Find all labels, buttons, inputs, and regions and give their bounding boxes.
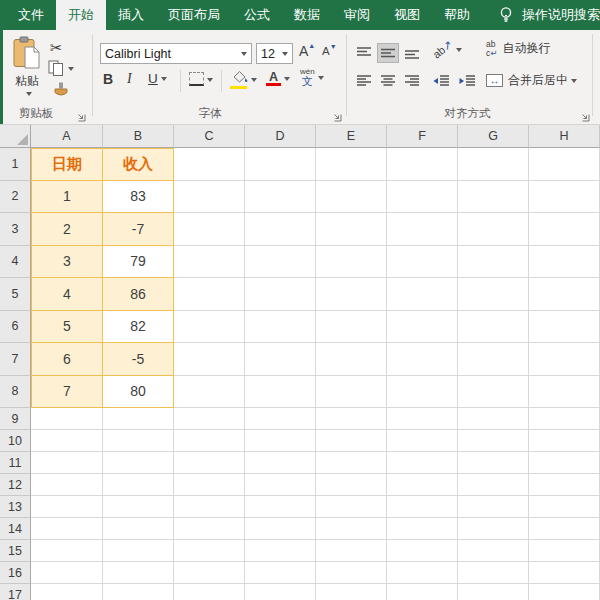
cell-E7[interactable] bbox=[316, 343, 387, 376]
font-dialog-launcher[interactable] bbox=[332, 111, 342, 125]
cell-H4[interactable] bbox=[529, 246, 600, 279]
column-header-C[interactable]: C bbox=[174, 125, 245, 148]
decrease-indent-button[interactable] bbox=[430, 72, 452, 90]
cell-B8[interactable]: 80 bbox=[103, 376, 174, 409]
cell-G11[interactable] bbox=[458, 452, 529, 474]
cell-G17[interactable] bbox=[458, 584, 529, 600]
cell-E2[interactable] bbox=[316, 181, 387, 214]
italic-button[interactable]: I bbox=[127, 71, 132, 87]
cell-G8[interactable] bbox=[458, 376, 529, 409]
cell-H6[interactable] bbox=[529, 311, 600, 344]
cell-C10[interactable] bbox=[174, 430, 245, 452]
tell-me-search[interactable]: 操作说明搜索 bbox=[498, 0, 600, 30]
cell-C8[interactable] bbox=[174, 376, 245, 409]
cell-F5[interactable] bbox=[387, 278, 458, 311]
cell-H13[interactable] bbox=[529, 496, 600, 518]
cell-H11[interactable] bbox=[529, 452, 600, 474]
cell-H9[interactable] bbox=[529, 408, 600, 430]
cell-D7[interactable] bbox=[245, 343, 316, 376]
cell-H5[interactable] bbox=[529, 278, 600, 311]
cell-D13[interactable] bbox=[245, 496, 316, 518]
bottom-align-button[interactable] bbox=[402, 44, 422, 62]
cell-A7[interactable]: 6 bbox=[31, 343, 103, 376]
cell-C7[interactable] bbox=[174, 343, 245, 376]
cell-B16[interactable] bbox=[103, 562, 174, 584]
cell-F14[interactable] bbox=[387, 518, 458, 540]
cell-A13[interactable] bbox=[31, 496, 103, 518]
cell-A11[interactable] bbox=[31, 452, 103, 474]
cell-B4[interactable]: 79 bbox=[103, 246, 174, 279]
align-center-button[interactable] bbox=[378, 72, 398, 90]
cell-A16[interactable] bbox=[31, 562, 103, 584]
cell-B14[interactable] bbox=[103, 518, 174, 540]
row-header-17[interactable]: 17 bbox=[0, 584, 31, 600]
cell-E17[interactable] bbox=[316, 584, 387, 600]
row-header-9[interactable]: 9 bbox=[0, 408, 31, 430]
cell-F10[interactable] bbox=[387, 430, 458, 452]
cell-D1[interactable] bbox=[245, 148, 316, 181]
alignment-dialog-launcher[interactable] bbox=[580, 111, 590, 125]
cell-C4[interactable] bbox=[174, 246, 245, 279]
column-header-H[interactable]: H bbox=[529, 125, 600, 148]
column-header-A[interactable]: A bbox=[31, 125, 103, 148]
cell-A10[interactable] bbox=[31, 430, 103, 452]
cell-G16[interactable] bbox=[458, 562, 529, 584]
tab-home[interactable]: 开始 bbox=[56, 0, 106, 30]
row-header-3[interactable]: 3 bbox=[0, 213, 31, 246]
cell-C14[interactable] bbox=[174, 518, 245, 540]
cell-C13[interactable] bbox=[174, 496, 245, 518]
cell-G5[interactable] bbox=[458, 278, 529, 311]
cell-D15[interactable] bbox=[245, 540, 316, 562]
cell-F17[interactable] bbox=[387, 584, 458, 600]
cell-G3[interactable] bbox=[458, 213, 529, 246]
cell-A2[interactable]: 1 bbox=[31, 181, 103, 214]
cell-B5[interactable]: 86 bbox=[103, 278, 174, 311]
cell-D11[interactable] bbox=[245, 452, 316, 474]
cell-C2[interactable] bbox=[174, 181, 245, 214]
cell-A4[interactable]: 3 bbox=[31, 246, 103, 279]
column-header-B[interactable]: B bbox=[103, 125, 174, 148]
tab-file[interactable]: 文件 bbox=[6, 0, 56, 30]
cell-F16[interactable] bbox=[387, 562, 458, 584]
cell-E12[interactable] bbox=[316, 474, 387, 496]
top-align-button[interactable] bbox=[354, 44, 374, 62]
cell-B2[interactable]: 83 bbox=[103, 181, 174, 214]
copy-button[interactable] bbox=[48, 60, 74, 77]
cut-button[interactable]: ✂ bbox=[50, 39, 63, 57]
cell-F12[interactable] bbox=[387, 474, 458, 496]
cell-C17[interactable] bbox=[174, 584, 245, 600]
cell-E11[interactable] bbox=[316, 452, 387, 474]
row-header-8[interactable]: 8 bbox=[0, 376, 31, 409]
font-size-combo[interactable]: 12 bbox=[256, 43, 293, 64]
cell-E8[interactable] bbox=[316, 376, 387, 409]
cell-H3[interactable] bbox=[529, 213, 600, 246]
cell-A14[interactable] bbox=[31, 518, 103, 540]
middle-align-button[interactable] bbox=[378, 44, 398, 62]
tab-page-layout[interactable]: 页面布局 bbox=[156, 0, 232, 30]
tab-view[interactable]: 视图 bbox=[382, 0, 432, 30]
cell-B13[interactable] bbox=[103, 496, 174, 518]
cell-H7[interactable] bbox=[529, 343, 600, 376]
shrink-font-button[interactable]: A ▼ bbox=[322, 45, 337, 57]
cell-G14[interactable] bbox=[458, 518, 529, 540]
column-header-D[interactable]: D bbox=[245, 125, 316, 148]
wrap-text-button[interactable]: ab c↵ 自动换行 bbox=[486, 40, 550, 57]
increase-indent-button[interactable] bbox=[456, 72, 478, 90]
font-color-button[interactable]: A bbox=[266, 71, 290, 86]
cell-E6[interactable] bbox=[316, 311, 387, 344]
cell-A9[interactable] bbox=[31, 408, 103, 430]
row-header-1[interactable]: 1 bbox=[0, 148, 31, 181]
cell-D10[interactable] bbox=[245, 430, 316, 452]
row-header-11[interactable]: 11 bbox=[0, 452, 31, 474]
clipboard-dialog-launcher[interactable] bbox=[76, 111, 86, 125]
tab-review[interactable]: 审阅 bbox=[332, 0, 382, 30]
cell-F2[interactable] bbox=[387, 181, 458, 214]
row-header-16[interactable]: 16 bbox=[0, 562, 31, 584]
cell-E4[interactable] bbox=[316, 246, 387, 279]
column-header-G[interactable]: G bbox=[458, 125, 529, 148]
cell-F3[interactable] bbox=[387, 213, 458, 246]
cell-E14[interactable] bbox=[316, 518, 387, 540]
orientation-button[interactable]: ab↗ bbox=[432, 43, 462, 56]
cell-H10[interactable] bbox=[529, 430, 600, 452]
tab-formulas[interactable]: 公式 bbox=[232, 0, 282, 30]
